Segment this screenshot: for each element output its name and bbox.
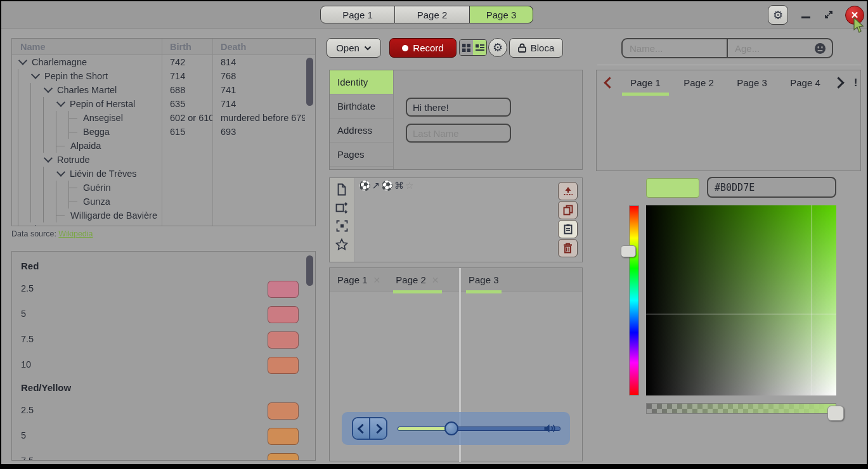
table-row[interactable]: Charles Martel688741	[12, 83, 315, 97]
paste-button[interactable]	[558, 220, 578, 238]
hue-slider-thumb[interactable]	[621, 245, 636, 257]
list-item[interactable]: 2.5	[12, 397, 315, 423]
next-button[interactable]	[369, 418, 386, 439]
close-tab-icon[interactable]: ✕	[432, 275, 439, 285]
last-name-field[interactable]	[406, 124, 511, 143]
media-nav-group	[352, 417, 387, 440]
emoji-icon[interactable]	[814, 42, 826, 55]
titlebar-tab-page-3[interactable]: Page 3	[470, 6, 533, 23]
application-window: Page 1Page 2Page 3 ⚙ ✕ Name Birth Death …	[0, 0, 868, 469]
column-header-death[interactable]: Death	[212, 42, 305, 52]
tree-name-cell: Alpaida	[12, 139, 162, 153]
list-item[interactable]: 5	[12, 423, 315, 448]
list-item[interactable]: 7.5	[12, 326, 315, 352]
table-row[interactable]: Gunza	[12, 195, 315, 209]
tree-guide-line	[30, 97, 43, 111]
color-swatch	[268, 331, 299, 349]
alpha-slider[interactable]	[646, 403, 836, 414]
record-button[interactable]: Record	[389, 38, 457, 58]
expander-open-icon[interactable]	[31, 70, 40, 79]
minimize-button[interactable]	[801, 16, 810, 18]
tab-birthdate[interactable]: Birthdate	[330, 94, 393, 119]
birth-cell: 615	[162, 127, 212, 137]
upload-button[interactable]	[558, 182, 578, 200]
settings-button[interactable]: ⚙	[768, 5, 788, 25]
pager-tab-page-2[interactable]: Page 2	[675, 70, 722, 95]
table-row[interactable]: Begga615693	[12, 125, 315, 139]
expander-open-icon[interactable]	[44, 153, 53, 162]
volume-icon[interactable]	[543, 423, 557, 434]
seek-slider[interactable]	[398, 427, 560, 431]
close-tab-icon[interactable]: ✕	[373, 275, 381, 285]
maximize-button[interactable]	[824, 10, 834, 20]
table-row[interactable]: Pepin of Herstal635714	[12, 97, 315, 111]
lock-button[interactable]: Bloca	[509, 38, 563, 58]
titlebar-tab-page-2[interactable]: Page 2	[395, 6, 470, 23]
toolbar-settings-button[interactable]: ⚙	[488, 38, 507, 57]
list-item[interactable]: 5	[12, 301, 315, 326]
tree-guide-line	[43, 111, 56, 125]
open-split-button[interactable]: Open	[327, 38, 381, 58]
tree-scrollbar-thumb[interactable]	[306, 58, 313, 106]
list-item[interactable]: 2.5	[12, 276, 315, 301]
scroll-right-icon[interactable]	[832, 77, 844, 88]
table-row[interactable]: Bertrade of Laon719783	[12, 222, 315, 226]
table-row[interactable]: Charlemagne742814	[12, 55, 315, 69]
window-content: Page 1Page 2Page 3 ⚙ ✕ Name Birth Death …	[1, 1, 867, 464]
pager-tab-page-1[interactable]: Page 1	[622, 70, 669, 95]
table-row[interactable]: Alpaida	[12, 139, 315, 153]
hex-color-input[interactable]	[707, 177, 836, 198]
scroll-left-icon[interactable]	[604, 77, 615, 88]
tab-address[interactable]: Address	[330, 119, 393, 143]
age-input[interactable]	[734, 42, 814, 55]
color-item-label: 10	[21, 359, 31, 369]
name-input[interactable]	[628, 42, 721, 55]
star-icon[interactable]	[335, 238, 348, 250]
pager-tab-page-3[interactable]: Page 3	[729, 70, 775, 95]
resize-object-icon[interactable]	[335, 202, 348, 214]
doc-tab-page-1[interactable]: Page 1✕	[330, 268, 388, 292]
doc-tab-page-2[interactable]: Page 2✕	[388, 268, 446, 292]
alpha-slider-thumb[interactable]	[827, 406, 844, 421]
column-header-name[interactable]: Name	[12, 42, 162, 52]
column-header-birth[interactable]: Birth	[162, 42, 212, 52]
tab-pages[interactable]: Pages	[330, 143, 393, 167]
new-document-icon[interactable]	[336, 183, 347, 196]
table-row[interactable]: Pepin the Short714768	[12, 69, 315, 83]
overflow-indicator[interactable]: !	[854, 77, 857, 89]
tab-identity[interactable]: Identity	[330, 70, 393, 94]
tree-name-cell: Charles Martel	[12, 83, 162, 97]
wikipedia-link[interactable]: Wikipedia	[58, 229, 93, 238]
expander-open-icon[interactable]	[44, 84, 53, 93]
table-row[interactable]: Ansegisel602 or 610murdered before 679	[12, 111, 315, 125]
expander-closed-icon[interactable]	[31, 225, 40, 226]
right-tab-strip: Page 3	[461, 268, 582, 292]
hue-slider[interactable]	[629, 205, 639, 395]
delete-button[interactable]	[558, 239, 578, 257]
saturation-value-area[interactable]	[646, 205, 836, 395]
color-list-scrollbar-thumb[interactable]	[306, 255, 313, 286]
previous-button[interactable]	[353, 418, 369, 439]
profile-form: IdentityBirthdateAddressPages	[329, 70, 583, 170]
list-item[interactable]: 7.5	[12, 448, 315, 461]
expander-open-icon[interactable]	[56, 167, 65, 176]
seek-slider-thumb[interactable]	[444, 421, 458, 435]
center-focus-icon[interactable]	[336, 220, 348, 232]
pager-tab-page-4[interactable]: Page 4	[782, 70, 829, 95]
list-view-toggle[interactable]	[473, 40, 486, 55]
copy-button[interactable]	[558, 201, 578, 219]
table-row[interactable]: Rotrude	[12, 153, 315, 167]
table-row[interactable]: Willigarde de Bavière	[12, 209, 315, 222]
expander-open-icon[interactable]	[56, 98, 65, 106]
canvas-panel: ⚽↗⚽⌘☆	[329, 177, 583, 262]
table-row[interactable]: Guérin	[12, 181, 315, 195]
titlebar-tab-page-1[interactable]: Page 1	[320, 6, 395, 23]
person-name: Rotrude	[57, 155, 90, 165]
expander-open-icon[interactable]	[18, 56, 27, 65]
color-swatch	[268, 402, 299, 420]
grid-view-toggle[interactable]	[460, 40, 473, 55]
list-item[interactable]: 10	[12, 352, 315, 377]
first-name-field[interactable]	[406, 98, 511, 117]
doc-tab-page-3[interactable]: Page 3	[461, 268, 507, 292]
table-row[interactable]: Liévin de Trèves	[12, 167, 315, 181]
